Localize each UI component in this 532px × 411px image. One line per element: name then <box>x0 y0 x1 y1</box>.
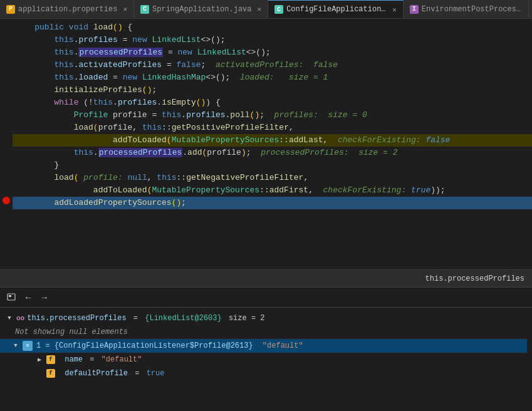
tab-spring-application[interactable]: C SpringApplication.java ✕ <box>134 0 268 18</box>
code-line-3: this.processedProfiles = new LinkedList<… <box>13 46 532 59</box>
debugger-panel: this.processedProfiles ← → oo this.proce… <box>0 269 532 384</box>
root-expand-icon[interactable] <box>5 314 14 323</box>
code-line-10: addToLoaded(MutablePropertySources::addL… <box>13 134 532 147</box>
code-line-11: this.processedProfiles.add(profile); pro… <box>13 147 532 159</box>
null-message: Not showing null elements <box>15 328 128 336</box>
null-message-row: Not showing null elements <box>5 325 527 339</box>
editor-area: public void load() { this.profiles = new… <box>0 19 532 269</box>
item1-expand-icon[interactable] <box>11 341 20 350</box>
debug-forward-btn[interactable]: → <box>38 291 51 304</box>
tab-icon-env: I <box>410 5 419 14</box>
tab-application-properties[interactable]: P application.properties ✕ <box>0 0 134 18</box>
code-line-15: addLoadedPropertySources(); <box>13 197 532 209</box>
code-line-14: addToLoaded(MutablePropertySources::addF… <box>13 184 532 197</box>
tab-label-properties: application.properties <box>18 5 117 14</box>
code-line-9: load(profile, this::getPositiveProfileFi… <box>13 122 532 134</box>
debug-back-btn[interactable]: ← <box>21 291 35 304</box>
tab-bar: P application.properties ✕ C SpringAppli… <box>0 0 532 19</box>
tab-config-file-listener[interactable]: C ConfigFileApplicationListener.java ✕ <box>268 0 404 18</box>
record-icon <box>7 293 17 303</box>
default-profile-field-icon: f <box>46 369 55 378</box>
code-line-7: while (!this.profiles.isEmpty()) { <box>13 96 532 109</box>
code-line-6: initializeProfiles(); <box>13 84 532 96</box>
name-expand[interactable]: ▶ <box>35 355 44 364</box>
root-size: size = 2 <box>224 314 265 323</box>
code-line-2: this.profiles = new LinkedList<>(); <box>13 34 532 46</box>
tab-icon-properties: P <box>6 5 15 14</box>
tab-icon-config: C <box>274 5 283 14</box>
tab-close-spring[interactable]: ✕ <box>258 5 262 13</box>
tab-label-spring: SpringApplication.java <box>152 5 251 14</box>
breakpoint-strip <box>0 19 13 269</box>
debugger-toolbar: ← → <box>0 288 532 308</box>
debug-default-profile-row[interactable]: f defaultProfile = true <box>5 367 527 380</box>
name-field-label: name <box>65 355 83 364</box>
breakpoint-dot <box>3 197 10 204</box>
code-line-1: public void load() { <box>13 21 532 34</box>
item1-value: "default" <box>263 341 303 350</box>
root-type-icon: oo <box>16 315 24 322</box>
debugger-content: oo this.processedProfiles = {LinkedList@… <box>0 308 532 384</box>
tab-icon-spring: C <box>140 5 149 14</box>
code-line-13: load( profile: null, this::getNegativePr… <box>13 172 532 184</box>
svg-rect-1 <box>9 295 11 297</box>
code-line-4: this.activatedProfiles = false; activate… <box>13 59 532 71</box>
code-area[interactable]: public void load() { this.profiles = new… <box>13 19 532 269</box>
tab-label-config: ConfigFileApplicationListener.java <box>286 5 387 14</box>
tab-close-properties[interactable]: ✕ <box>123 5 127 13</box>
default-profile-value: true <box>147 369 165 378</box>
root-var-name: this.processedProfiles <box>27 314 126 323</box>
code-line-5: this.loaded = new LinkedHashMap<>(); loa… <box>13 71 532 84</box>
default-profile-label: defaultProfile <box>65 369 128 378</box>
debug-root-row[interactable]: oo this.processedProfiles = {LinkedList@… <box>5 311 527 325</box>
root-var-type: {LinkedList@2603} <box>145 314 221 323</box>
code-line-8: Profile profile = this.profiles.poll(); … <box>13 109 532 122</box>
item1-list-icon: ≡ <box>23 341 33 351</box>
tab-label-env: EnvironmentPostProcess... <box>422 5 522 14</box>
debug-name-field-row[interactable]: ▶ f name = "default" <box>5 353 527 367</box>
name-field-icon: f <box>46 355 55 364</box>
tab-close-config[interactable]: ✕ <box>392 6 397 14</box>
debugger-title: this.processedProfiles <box>425 274 524 283</box>
debugger-header: this.processedProfiles <box>0 270 532 288</box>
name-field-value: "default" <box>102 355 142 364</box>
debug-item-1-row[interactable]: ≡ 1 = {ConfigFileApplicationListener$Pro… <box>0 339 527 353</box>
debug-record-btn[interactable] <box>5 291 19 304</box>
code-line-12: } <box>13 159 532 172</box>
tab-environment-post[interactable]: I EnvironmentPostProcess... <box>404 0 529 18</box>
item1-label: 1 = {ConfigFileApplicationListener$Profi… <box>36 341 253 350</box>
